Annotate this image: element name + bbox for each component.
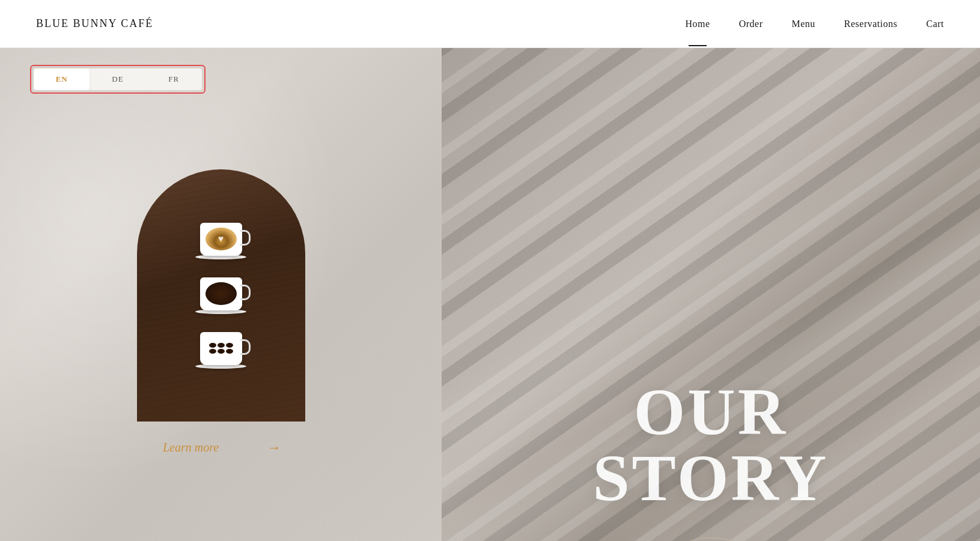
lang-switcher-wrapper: EN DE FR: [30, 65, 205, 94]
nav-item-reservations[interactable]: Reservations: [844, 19, 898, 29]
cup-espresso: [195, 277, 246, 314]
cup-latte: [195, 223, 246, 259]
cups-arrangement: [195, 211, 246, 381]
nav-item-cart[interactable]: Cart: [926, 19, 944, 29]
cup-espresso-fill: [205, 282, 237, 305]
cup-latte-body: [200, 223, 242, 256]
bean-1: [209, 343, 216, 348]
our-story-line1: OUR: [592, 379, 829, 445]
main-content: EN DE FR: [0, 48, 980, 541]
arch-decoration: [675, 535, 747, 541]
lang-btn-fr[interactable]: FR: [146, 68, 202, 90]
cup-espresso-body: [200, 277, 242, 310]
nav-item-order[interactable]: Order: [739, 19, 763, 29]
arrow-right-icon[interactable]: →: [267, 440, 279, 456]
learn-more-text[interactable]: Learn more: [163, 441, 219, 455]
main-nav: Home Order Menu Reservations Cart: [686, 19, 944, 29]
bean-5: [218, 349, 225, 354]
our-story-line2: STORY: [592, 445, 829, 511]
nav-item-menu[interactable]: Menu: [791, 19, 815, 29]
cup-beans: [195, 332, 246, 369]
lang-btn-de[interactable]: DE: [90, 68, 145, 90]
bean-4: [209, 349, 216, 354]
nav-item-home[interactable]: Home: [686, 19, 710, 29]
bean-6: [226, 349, 233, 354]
learn-more-section: Learn more →: [163, 440, 279, 456]
our-story-container: OUR STORY: [592, 379, 829, 511]
right-panel: OUR STORY: [442, 48, 980, 541]
cup-latte-art: [205, 228, 237, 250]
arch-image: [137, 169, 305, 422]
site-logo[interactable]: BLUE BUNNY CAFÉ: [36, 17, 153, 30]
site-header: BLUE BUNNY CAFÉ Home Order Menu Reservat…: [0, 0, 980, 48]
left-panel: EN DE FR: [0, 48, 442, 541]
cup-beans-fill: [205, 337, 237, 360]
cup-beans-body: [200, 332, 242, 365]
lang-switcher: EN DE FR: [34, 68, 202, 90]
lang-btn-en[interactable]: EN: [34, 68, 90, 90]
bean-3: [226, 343, 233, 348]
coffee-image-container: Learn more →: [137, 169, 305, 456]
bean-2: [218, 343, 225, 348]
